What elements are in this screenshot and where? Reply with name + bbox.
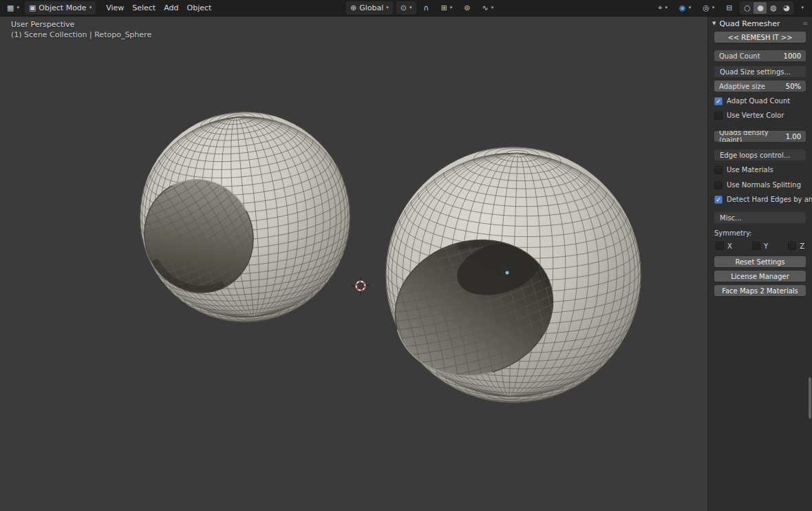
checkbox-use-vertex-color[interactable]: Use Vertex Color <box>714 110 806 121</box>
face-maps-button[interactable]: Face Maps 2 Materials <box>714 285 806 296</box>
checkbox-box[interactable]: ✓ <box>714 97 723 105</box>
collapse-triangle-icon[interactable]: ▼ <box>712 21 716 26</box>
checkbox-label: Use Vertex Color <box>727 112 784 119</box>
remesh-button[interactable]: << REMESH IT >> <box>714 32 806 43</box>
gizmo-icon: ⌖ <box>658 4 662 12</box>
checkbox-label: Adapt Quad Count <box>727 97 790 105</box>
falloff-curve-icon: ∿ <box>482 4 489 12</box>
field-label: Adaptive size <box>719 83 765 90</box>
quad-remesher-panel: ▼ Quad Remesher ≡ << REMESH IT >> Quad C… <box>707 17 812 511</box>
pivot-dropdown[interactable]: ⊙ ▾ <box>396 1 416 14</box>
axis-label: Y <box>764 242 768 250</box>
symmetry-label: Symmetry: <box>714 229 806 237</box>
quad-size-settings-button[interactable]: Quad Size settings... <box>714 66 806 77</box>
symmetry-x-toggle[interactable]: X <box>716 242 732 250</box>
quad-count-field[interactable]: Quad Count 1000 <box>714 50 806 61</box>
field-label: Quad Count <box>719 52 760 60</box>
shading-dropdown[interactable]: ▾ <box>797 1 808 14</box>
symmetry-z-toggle[interactable]: Z <box>788 242 804 250</box>
checkbox-label: Use Normals Splitting <box>727 181 801 189</box>
field-label: Quads density (paint) <box>719 131 786 142</box>
checkbox-box[interactable]: ✓ <box>714 196 723 204</box>
menu-object[interactable]: Object <box>182 1 215 14</box>
chevron-down-icon: ▾ <box>17 6 19 10</box>
snap-settings-dropdown[interactable]: ⊞ ▾ <box>437 1 457 14</box>
snap-toggle[interactable]: ∩ <box>420 1 434 14</box>
wireframe-sphere-icon: ○ <box>744 4 751 12</box>
menu-bar: View Select Add Object <box>102 1 215 14</box>
reset-settings-button[interactable]: Reset Settings <box>714 256 806 267</box>
shading-mode-group: ○ ● ◍ ◕ <box>740 1 793 14</box>
orientation-label: Global <box>359 3 383 12</box>
checkbox-detect-hard-edges[interactable]: ✓ Detect Hard Edges by angle <box>714 194 806 205</box>
checkbox-box[interactable] <box>714 166 723 174</box>
adaptive-size-slider[interactable]: Adaptive size 50% <box>714 81 806 92</box>
checkbox-adapt-quad-count[interactable]: ✓ Adapt Quad Count <box>714 96 806 106</box>
solid-sphere-icon: ● <box>757 4 764 12</box>
symmetry-y-toggle[interactable]: Y <box>752 242 768 250</box>
object-mode-icon: ▣ <box>29 4 36 12</box>
orientation-dropdown[interactable]: ⊕ Global ▾ <box>346 1 393 14</box>
material-sphere-icon: ◍ <box>770 4 777 12</box>
overlays-toggle[interactable]: ◉ ▾ <box>675 1 695 14</box>
viewport-canvas[interactable] <box>0 0 812 511</box>
menu-select[interactable]: Select <box>128 1 160 14</box>
shading-material-button[interactable]: ◍ <box>767 2 780 14</box>
overlays-dropdown[interactable]: ◎ ▾ <box>698 1 718 14</box>
shading-rendered-button[interactable]: ◕ <box>780 2 793 14</box>
gizmo-dropdown[interactable]: ⌖ ▾ <box>654 1 672 14</box>
checkbox-use-normals-splitting[interactable]: Use Normals Splitting <box>714 180 806 190</box>
magnet-icon: ∩ <box>424 4 429 12</box>
view-name-label: User Perspective <box>11 19 151 30</box>
misc-button[interactable]: Misc... <box>714 212 806 223</box>
panel-title: Quad Remesher <box>719 19 802 28</box>
snap-to-icon: ⊞ <box>441 4 447 12</box>
xray-toggle[interactable]: ⊟ <box>722 1 736 14</box>
checkbox-box[interactable] <box>714 112 723 120</box>
checkbox-label: Use Materials <box>727 166 773 174</box>
axis-label: Z <box>800 242 804 250</box>
chevron-down-icon: ▾ <box>689 6 692 10</box>
mode-dropdown[interactable]: ▣ Object Mode ▾ <box>25 1 96 14</box>
checkbox-label: Detect Hard Edges by angle <box>727 196 812 203</box>
falloff-dropdown[interactable]: ∿ ▾ <box>478 1 498 14</box>
panel-scrollbar[interactable] <box>809 377 811 419</box>
shading-wireframe-button[interactable]: ○ <box>740 2 754 14</box>
viewport-info: User Perspective (1) Scene Collection | … <box>11 19 151 40</box>
overlays-active-icon: ◉ <box>679 4 686 12</box>
license-manager-button[interactable]: License Manager <box>714 271 806 282</box>
rendered-sphere-icon: ◕ <box>783 4 790 12</box>
checkbox-box[interactable] <box>752 242 760 250</box>
pivot-point-icon: ⊙ <box>400 4 407 12</box>
object-origin[interactable] <box>506 271 509 275</box>
blender-window: ▦ ▾ ▣ Object Mode ▾ View Select Add Obje… <box>0 0 812 511</box>
orientation-globe-icon: ⊕ <box>350 4 356 12</box>
editor-type-button[interactable]: ▦ ▾ <box>3 1 23 14</box>
chevron-down-icon: ▾ <box>801 6 804 10</box>
xray-icon: ⊟ <box>726 4 732 12</box>
menu-add[interactable]: Add <box>160 1 182 14</box>
collection-path-label: (1) Scene Collection | Retopo_Sphere <box>11 30 151 40</box>
field-value: 50% <box>786 83 801 90</box>
proportional-editing-icon: ⊚ <box>464 4 470 12</box>
checkbox-box[interactable] <box>716 242 724 250</box>
chevron-down-icon: ▾ <box>89 6 92 10</box>
chevron-down-icon: ▾ <box>665 6 668 10</box>
panel-grip-icon[interactable]: ≡ <box>802 20 808 27</box>
chevron-down-icon: ▾ <box>409 6 412 10</box>
symmetry-axes: X Y Z <box>714 242 806 250</box>
editor-type-icon: ▦ <box>7 4 14 12</box>
shading-solid-button[interactable]: ● <box>754 2 767 14</box>
quads-density-field[interactable]: Quads density (paint) 1.00 <box>714 131 806 142</box>
field-value: 1.00 <box>786 133 801 140</box>
checkbox-use-materials[interactable]: Use Materials <box>714 165 806 175</box>
edge-loops-button[interactable]: Edge loops control... <box>714 149 806 160</box>
proportional-toggle[interactable]: ⊚ <box>460 1 474 14</box>
field-value: 1000 <box>784 52 801 60</box>
panel-header[interactable]: ▼ Quad Remesher ≡ <box>708 17 812 30</box>
chevron-down-icon: ▾ <box>491 6 494 10</box>
checkbox-box[interactable] <box>788 242 796 250</box>
checkbox-box[interactable] <box>714 181 723 189</box>
menu-view[interactable]: View <box>102 1 128 14</box>
chevron-down-icon: ▾ <box>386 6 389 10</box>
